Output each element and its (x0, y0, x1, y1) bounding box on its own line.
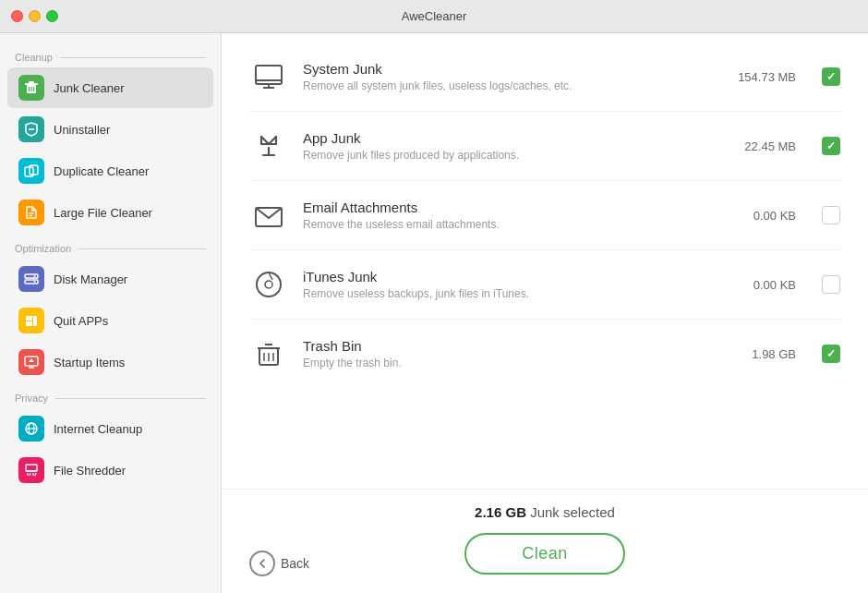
sidebar-item-internet-cleanup[interactable]: Internet Cleanup (7, 408, 213, 449)
sidebar-item-startup-items[interactable]: Startup Items (7, 342, 213, 382)
back-label: Back (281, 556, 309, 571)
trash-bin-size: 1.98 GB (722, 347, 796, 361)
system-junk-checkbox[interactable]: ✓ (822, 67, 840, 86)
email-attachments-desc: Remove the useless email attachments. (303, 218, 707, 231)
svg-line-28 (30, 473, 30, 476)
app-junk-checkbox[interactable]: ✓ (822, 137, 840, 155)
svg-rect-15 (26, 316, 32, 321)
duplicate-cleaner-label: Duplicate Cleaner (54, 164, 149, 178)
email-attachments-info: Email Attachments Remove the useless ema… (303, 200, 707, 231)
svg-rect-1 (25, 83, 38, 85)
section-label-privacy: Privacy (0, 383, 221, 407)
svg-point-43 (257, 272, 281, 296)
checkmark-icon: ✓ (826, 70, 836, 83)
svg-point-13 (34, 275, 36, 277)
svg-rect-17 (33, 316, 37, 326)
main-footer: 2.16 GB Junk selected Clean Back (222, 489, 868, 593)
svg-rect-2 (29, 81, 34, 83)
titlebar: AweCleaner (0, 0, 868, 33)
sidebar-item-file-shredder[interactable]: File Shredder (7, 450, 213, 490)
email-attachments-title: Email Attachments (303, 200, 707, 215)
trash-bin-title: Trash Bin (303, 338, 707, 354)
itunes-junk-info: iTunes Junk Remove useless backups, junk… (303, 269, 707, 300)
junk-cleaner-icon (18, 75, 44, 101)
itunes-junk-icon (249, 265, 288, 304)
svg-line-36 (269, 137, 276, 144)
itunes-junk-title: iTunes Junk (303, 269, 707, 284)
trash-bin-icon (249, 334, 288, 373)
file-shredder-icon (18, 457, 44, 483)
junk-item-itunes-junk: iTunes Junk Remove useless backups, junk… (249, 250, 840, 320)
email-attachments-checkbox[interactable] (822, 206, 840, 224)
junk-amount: 2.16 GB (475, 504, 526, 520)
sidebar: Cleanup Junk Cleaner (0, 33, 222, 593)
sidebar-item-uninstaller[interactable]: Uninstaller (7, 109, 213, 150)
sidebar-item-junk-cleaner[interactable]: Junk Cleaner (7, 67, 213, 108)
sidebar-item-duplicate-cleaner[interactable]: Duplicate Cleaner (7, 151, 213, 191)
duplicate-cleaner-icon (18, 158, 44, 184)
main-content: System Junk Remove all system junk files… (222, 33, 868, 593)
large-file-cleaner-icon (18, 200, 44, 225)
email-attachments-icon (249, 196, 288, 235)
itunes-junk-desc: Remove useless backups, junk files in iT… (303, 287, 707, 300)
system-junk-title: System Junk (303, 61, 707, 77)
app-junk-icon (249, 127, 288, 165)
svg-point-14 (34, 281, 36, 283)
svg-line-35 (261, 137, 269, 144)
itunes-junk-size: 0.00 KB (722, 278, 796, 292)
svg-rect-11 (25, 274, 38, 278)
svg-rect-12 (25, 280, 38, 284)
sidebar-item-large-file-cleaner[interactable]: Large File Cleaner (7, 192, 213, 233)
clean-button[interactable]: Clean (464, 533, 625, 575)
back-button[interactable]: Back (249, 551, 309, 576)
checkmark-icon: ✓ (826, 139, 836, 152)
app-body: Cleanup Junk Cleaner (0, 33, 868, 593)
sidebar-item-disk-manager[interactable]: Disk Manager (7, 259, 213, 299)
disk-manager-icon (18, 266, 44, 292)
file-shredder-label: File Shredder (54, 464, 126, 478)
junk-summary-label: Junk selected (530, 504, 615, 520)
maximize-button[interactable] (46, 10, 58, 22)
system-junk-icon (249, 57, 288, 96)
back-circle-icon (249, 551, 275, 576)
section-label-optimization: Optimization (0, 234, 221, 258)
close-button[interactable] (11, 10, 23, 22)
system-junk-size: 154.73 MB (722, 70, 796, 84)
sidebar-item-quit-apps[interactable]: Quit APPs (7, 300, 213, 341)
itunes-junk-checkbox[interactable] (822, 275, 840, 294)
startup-items-label: Startup Items (54, 356, 125, 369)
app-junk-desc: Remove junk files produced by applicatio… (303, 149, 707, 162)
startup-items-icon (18, 349, 44, 375)
quit-apps-label: Quit APPs (54, 314, 108, 328)
traffic-lights (11, 10, 58, 22)
system-junk-info: System Junk Remove all system junk files… (303, 61, 707, 92)
svg-point-44 (265, 281, 272, 288)
svg-rect-25 (26, 465, 37, 471)
trash-bin-info: Trash Bin Empty the trash bin. (303, 338, 707, 369)
app-junk-size: 22.45 MB (722, 139, 796, 153)
trash-bin-desc: Empty the trash bin. (303, 357, 707, 369)
junk-item-system-junk: System Junk Remove all system junk files… (249, 42, 840, 112)
checkmark-icon: ✓ (826, 347, 836, 360)
uninstaller-icon (18, 116, 44, 142)
email-attachments-size: 0.00 KB (722, 209, 796, 223)
quit-apps-icon (18, 308, 44, 333)
internet-cleanup-label: Internet Cleanup (54, 422, 142, 436)
svg-marker-21 (29, 358, 34, 362)
large-file-cleaner-label: Large File Cleaner (54, 206, 152, 220)
uninstaller-label: Uninstaller (54, 123, 110, 137)
junk-item-email-attachments: Email Attachments Remove the useless ema… (249, 181, 840, 250)
app-title: AweCleaner (402, 9, 467, 23)
minimize-button[interactable] (29, 10, 41, 22)
junk-summary: 2.16 GB Junk selected (475, 504, 615, 520)
svg-rect-16 (26, 321, 32, 326)
disk-manager-label: Disk Manager (54, 272, 127, 286)
svg-line-30 (35, 473, 36, 476)
app-junk-info: App Junk Remove junk files produced by a… (303, 130, 707, 162)
junk-item-trash-bin: Trash Bin Empty the trash bin. 1.98 GB ✓ (249, 320, 840, 388)
junk-item-app-junk: App Junk Remove junk files produced by a… (249, 112, 840, 181)
junk-cleaner-label: Junk Cleaner (54, 81, 125, 95)
internet-cleanup-icon (18, 416, 44, 442)
junk-items-list: System Junk Remove all system junk files… (222, 33, 868, 489)
trash-bin-checkbox[interactable]: ✓ (822, 345, 840, 363)
